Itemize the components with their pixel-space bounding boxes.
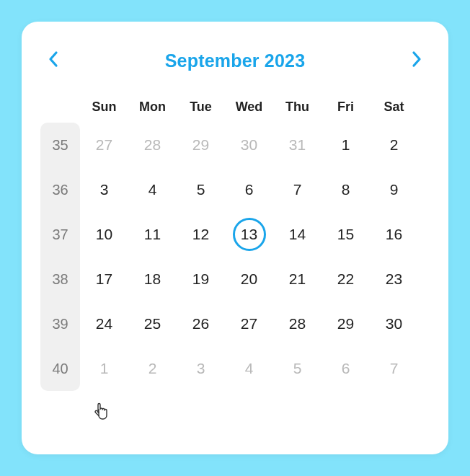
calendar-day[interactable]: 29 (177, 123, 225, 167)
day-number: 6 (329, 352, 363, 385)
calendar-day[interactable]: 3 (177, 346, 225, 391)
day-number: 26 (185, 307, 218, 340)
calendar-day[interactable]: 8 (322, 167, 370, 212)
day-number: 24 (88, 307, 121, 340)
next-month-button[interactable] (404, 48, 430, 74)
calendar-day[interactable]: 7 (370, 346, 418, 391)
day-number: 6 (233, 173, 266, 206)
calendar-day[interactable]: 6 (322, 346, 370, 391)
calendar-day[interactable]: 29 (322, 301, 370, 346)
calendar-day[interactable]: 26 (177, 301, 225, 346)
calendar-day[interactable]: 1 (80, 346, 128, 391)
calendar-day-today[interactable]: 13 (225, 212, 273, 257)
day-number: 2 (136, 352, 169, 385)
calendar-day[interactable]: 9 (370, 167, 418, 212)
page-background: September 2023 Sun Mon Tue Wed Thu Fri S… (0, 0, 470, 476)
calendar-week-row: 363456789 (40, 167, 430, 212)
month-year-title[interactable]: September 2023 (165, 50, 306, 71)
week-number[interactable]: 39 (40, 301, 80, 346)
calendar-grid: Sun Mon Tue Wed Thu Fri Sat 352728293031… (40, 91, 430, 391)
calendar-day[interactable]: 31 (273, 123, 322, 167)
weekday-header-row: Sun Mon Tue Wed Thu Fri Sat (40, 91, 430, 123)
day-number: 1 (329, 128, 363, 162)
week-number[interactable]: 38 (40, 257, 80, 301)
calendar-day[interactable]: 10 (80, 212, 128, 257)
calendar-day[interactable]: 1 (322, 123, 370, 167)
week-number[interactable]: 40 (40, 346, 80, 391)
day-number: 14 (281, 218, 314, 251)
weekday-header: Sat (370, 91, 418, 123)
day-number: 30 (378, 307, 411, 340)
day-number: 15 (329, 218, 363, 251)
day-number: 2 (378, 128, 411, 162)
day-number: 20 (233, 263, 266, 296)
day-number: 7 (378, 352, 411, 385)
calendar-day[interactable]: 4 (128, 167, 177, 212)
calendar-day[interactable]: 17 (80, 257, 128, 301)
day-number: 25 (136, 307, 169, 340)
calendar-day[interactable]: 30 (370, 301, 418, 346)
day-number: 29 (329, 307, 363, 340)
day-number: 9 (378, 173, 411, 206)
calendar-day[interactable]: 6 (225, 167, 273, 212)
calendar-day[interactable]: 2 (128, 346, 177, 391)
day-number: 4 (136, 173, 169, 206)
week-number[interactable]: 35 (40, 123, 80, 167)
day-number: 27 (88, 128, 121, 162)
calendar-day[interactable]: 2 (370, 123, 418, 167)
weekday-header: Sun (80, 91, 128, 123)
calendar-day[interactable]: 21 (273, 257, 322, 301)
prev-month-button[interactable] (40, 48, 66, 74)
calendar-day[interactable]: 7 (273, 167, 322, 212)
calendar-day[interactable]: 30 (225, 123, 273, 167)
calendar-day[interactable]: 24 (80, 301, 128, 346)
week-number[interactable]: 37 (40, 212, 80, 257)
calendar-day[interactable]: 4 (225, 346, 273, 391)
calendar-day[interactable]: 28 (128, 123, 177, 167)
calendar-day[interactable]: 14 (273, 212, 322, 257)
calendar-day[interactable]: 15 (322, 212, 370, 257)
calendar-day[interactable]: 11 (128, 212, 177, 257)
chevron-left-icon (48, 50, 59, 71)
calendar-day[interactable]: 27 (225, 301, 273, 346)
day-number: 18 (136, 263, 169, 296)
day-number: 4 (233, 352, 266, 385)
day-number: 28 (136, 128, 169, 162)
day-number: 12 (185, 218, 218, 251)
calendar-day[interactable]: 22 (322, 257, 370, 301)
day-number: 29 (185, 128, 218, 162)
day-number: 8 (329, 173, 363, 206)
day-number: 1 (88, 352, 121, 385)
calendar-day[interactable]: 18 (128, 257, 177, 301)
calendar-header: September 2023 (40, 48, 430, 74)
calendar-day[interactable]: 28 (273, 301, 322, 346)
calendar-day[interactable]: 19 (177, 257, 225, 301)
day-number: 21 (281, 263, 314, 296)
calendar-day[interactable]: 3 (80, 167, 128, 212)
calendar-day[interactable]: 5 (177, 167, 225, 212)
calendar-week-row: 3817181920212223 (40, 257, 430, 301)
day-number: 23 (378, 263, 411, 296)
day-number: 11 (136, 218, 169, 251)
day-number: 3 (88, 173, 121, 206)
week-number[interactable]: 36 (40, 167, 80, 212)
calendar-day[interactable]: 27 (80, 123, 128, 167)
calendar-day[interactable]: 25 (128, 301, 177, 346)
day-number: 13 (233, 218, 266, 251)
day-number: 30 (233, 128, 266, 162)
day-number: 5 (185, 173, 218, 206)
day-number: 3 (185, 352, 218, 385)
day-number: 5 (281, 352, 314, 385)
day-number: 16 (378, 218, 411, 251)
day-number: 10 (88, 218, 121, 251)
day-number: 28 (281, 307, 314, 340)
weekday-header: Thu (273, 91, 322, 123)
calendar-day[interactable]: 20 (225, 257, 273, 301)
weekday-header: Mon (128, 91, 177, 123)
calendar-day[interactable]: 16 (370, 212, 418, 257)
day-number: 22 (329, 263, 363, 296)
calendar-week-row: 401234567 (40, 346, 430, 391)
calendar-day[interactable]: 23 (370, 257, 418, 301)
calendar-day[interactable]: 12 (177, 212, 225, 257)
calendar-day[interactable]: 5 (273, 346, 322, 391)
